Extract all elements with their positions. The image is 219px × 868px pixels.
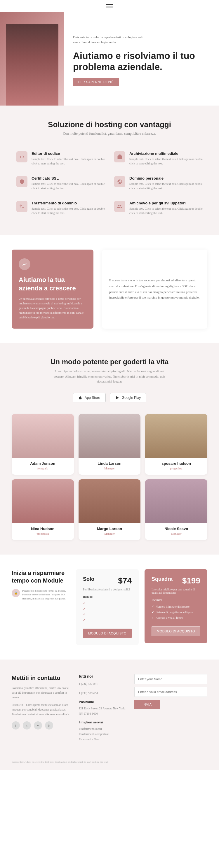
team-features-list: Numero illimitato di risposte Sistema di… — [152, 604, 200, 620]
store-buttons: App Store Google Play — [12, 393, 207, 402]
solo-title: Solo — [83, 576, 94, 582]
contact-description: Possiamo garantire affidabilità, tariffe… — [12, 686, 70, 700]
team-member-5-name: Nicole Scavo — [145, 527, 207, 531]
youtube-icon[interactable]: y — [34, 721, 42, 730]
hosting-item-3: Dominio personale Sample text. Click to … — [109, 171, 207, 196]
footer-note: Sample text. Click to select the text bo… — [0, 756, 219, 770]
google-play-button[interactable]: Google Play — [110, 393, 146, 402]
hero-image — [0, 12, 64, 105]
hosting-item-4: Trasferimento di dominio Sample text. Cl… — [12, 196, 109, 220]
position-title: Posizione — [79, 700, 126, 704]
pricing-left-title: Inizia a risparmiare tempo con Module — [12, 569, 70, 584]
solo-feature-3 — [83, 617, 132, 623]
team-pricing-card: Squadra $199 La scelta migliore per una … — [144, 569, 207, 643]
hosting-title: Soluzione di hosting con vantaggi — [12, 120, 207, 129]
app-store-button[interactable]: App Store — [73, 393, 106, 402]
team-member-2-name: sposare hudson — [145, 461, 207, 466]
contact-details: tutti noi 1 (234) 567-891 1 (234) 987-65… — [79, 674, 126, 742]
hosting-item-3-title: Dominio personale — [129, 176, 203, 181]
app-store-label: App Store — [85, 396, 100, 400]
solo-feature-0 — [83, 601, 132, 606]
service-0: Trasferimenti locali — [79, 726, 126, 732]
hero-cta-button[interactable]: PER SAPERNE DI PIÙ — [73, 78, 119, 86]
hosting-item-4-desc: Sample text. Click to select the text bo… — [31, 207, 105, 215]
send-button[interactable]: INVIA — [134, 700, 160, 709]
team-card-0: Adam Jonson fotografo — [12, 414, 74, 475]
service-2: Escursioni e Tour — [79, 737, 126, 742]
team-member-5-role: Manager — [145, 532, 207, 535]
team-card-img-1 — [79, 414, 141, 458]
google-play-label: Google Play — [122, 396, 141, 400]
navbar — [0, 0, 219, 12]
hosting-item-1-text: Archiviazione multimediale Sample text. … — [129, 151, 203, 165]
hosting-item-1-title: Archiviazione multimediale — [129, 151, 203, 156]
team-member-1-name: Linda Larson — [79, 461, 141, 466]
contact-phone1: 1 (234) 567-891 — [79, 681, 126, 687]
team-card-1: Linda Larson Manager — [79, 414, 141, 475]
team-member-3-name: Nina Hudson — [12, 527, 74, 531]
team-price: $199 — [182, 576, 200, 586]
solo-cta-button[interactable]: Modulo di acquisto — [83, 629, 132, 638]
team-member-4-role: Manager — [79, 532, 141, 535]
email-input[interactable] — [134, 687, 207, 697]
hosting-item-4-title: Trasferimento di dominio — [31, 201, 105, 205]
team-card-img-5 — [145, 479, 207, 523]
solo-feature-2 — [83, 612, 132, 617]
contact-body: Etiam elit – Class aptent taciti sociosq… — [12, 703, 70, 717]
hero-description: Duis aute irure dolor in reprehenderit i… — [73, 35, 149, 45]
hosting-features-grid: Editor di codice Sample text. Click to s… — [12, 146, 207, 220]
solo-pricing-card: Solo $74 Per liberi professionisti e des… — [76, 569, 139, 645]
hosting-item-3-desc: Sample text. Click to select the text bo… — [129, 182, 203, 190]
hero-title: Aiutiamo e risolviamo il tuo problema az… — [73, 50, 210, 72]
contact-address: 121 Rock Street, 21 Avenue, New York, NY… — [79, 706, 126, 716]
hosting-item-1: Archiviazione multimediale Sample text. … — [109, 146, 207, 171]
services-title: I migliori servizi — [79, 720, 126, 724]
twitter-icon[interactable]: t — [23, 721, 31, 730]
contact-phone2: 1 (234) 987-654 — [79, 691, 126, 696]
pricing-section: Inizia a risparmiare tempo con Module 🔒 … — [0, 555, 219, 659]
code-editor-icon — [16, 151, 27, 162]
hosting-section: Soluzione di hosting con vantaggi Con mo… — [0, 105, 219, 235]
media-archive-icon — [114, 151, 125, 162]
team-card-4: Margo Larson Manager — [79, 479, 141, 540]
team-subtitle: La scelta migliore per una squadra di qu… — [152, 588, 200, 594]
contact-info: Mettiti in contatto Possiamo garantire a… — [12, 674, 70, 742]
team-member-0-name: Adam Jonson — [12, 461, 74, 466]
team-card-3: Nina Hudson progettista — [12, 479, 74, 540]
lifestyle-section: Un modo potente per goderti la vita Lore… — [0, 343, 219, 555]
hosting-item-0-desc: Sample text. Click to select the text bo… — [31, 157, 105, 165]
solo-features-list — [83, 601, 132, 623]
team-grid: Adam Jonson fotografo Linda Larson Manag… — [12, 414, 207, 540]
team-member-3-role: progettista — [12, 532, 74, 535]
hero-section: Duis aute irure dolor in reprehenderit i… — [0, 12, 219, 105]
grow-section: Aiutiamo la tua azienda a crescere Un'ag… — [0, 235, 219, 343]
name-input[interactable] — [134, 674, 207, 684]
hosting-subtitle: Con molte potenti funzionalità, garantia… — [12, 131, 207, 136]
team-member-1-role: Manager — [79, 467, 141, 470]
solo-price: $74 — [118, 576, 132, 586]
team-pricing-header: Squadra $199 — [152, 576, 200, 586]
hamburger-menu[interactable] — [106, 4, 113, 8]
hosting-item-1-desc: Sample text. Click to select the text bo… — [129, 157, 203, 165]
security-icon: 🔒 — [12, 589, 20, 597]
contact-section: Mettiti in contatto Possiamo garantire a… — [0, 659, 219, 756]
services-list: Trasferimenti locali Trasferimenti aerop… — [79, 726, 126, 742]
linkedin-icon[interactable]: in — [45, 721, 53, 730]
transfer-domain-icon — [16, 201, 27, 212]
team-card-img-4 — [79, 479, 141, 523]
facebook-icon[interactable]: f — [12, 721, 20, 730]
team-feature-0: Numero illimitato di risposte — [152, 604, 200, 609]
hosting-item-2: Certificato SSL Sample text. Click to se… — [12, 171, 109, 196]
domain-icon — [114, 176, 125, 187]
solo-pricing-header: Solo $74 — [83, 576, 132, 586]
hosting-item-0: Editor di codice Sample text. Click to s… — [12, 146, 109, 171]
hosting-item-4-text: Trasferimento di dominio Sample text. Cl… — [31, 201, 105, 215]
hosting-item-5-title: Amichevole per gli sviluppatori — [129, 201, 203, 205]
hosting-item-2-desc: Sample text. Click to select the text bo… — [31, 182, 105, 190]
team-card-5: Nicole Scavo Manager — [145, 479, 207, 540]
grow-left-card: Aiutiamo la tua azienda a crescere Un'ag… — [12, 250, 93, 329]
team-cta-button[interactable]: Modulo di acquisto — [152, 626, 200, 636]
grow-description: Un'agenzia a servizio completo è il tuo … — [19, 297, 86, 320]
team-card-img-3 — [12, 479, 74, 523]
lifestyle-subtitle: Lorem ipsum dolor sit amet, consectetur … — [51, 369, 168, 384]
